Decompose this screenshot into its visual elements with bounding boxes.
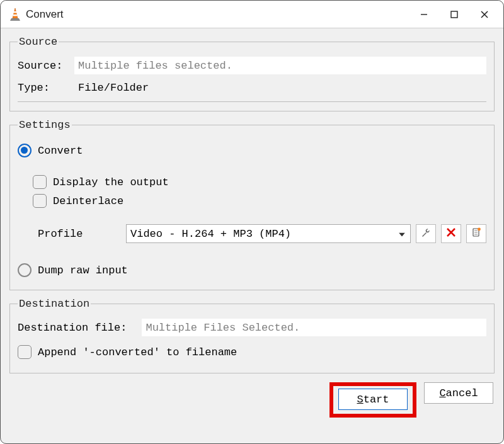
convert-label: Convert xyxy=(38,145,83,157)
display-output-checkbox[interactable] xyxy=(33,175,47,189)
source-group: Source Source: Type: File/Folder xyxy=(9,36,495,111)
window-title: Convert xyxy=(26,8,409,21)
convert-radio-row[interactable]: Convert xyxy=(18,144,486,157)
svg-rect-4 xyxy=(451,11,457,18)
wrench-icon xyxy=(420,227,432,241)
append-converted-checkbox[interactable] xyxy=(18,345,32,359)
separator xyxy=(18,101,486,102)
settings-legend: Settings xyxy=(18,119,72,131)
deinterlace-label: Deinterlace xyxy=(53,195,123,207)
minimize-button[interactable] xyxy=(409,1,439,28)
content: Source Source: Type: File/Folder Setting… xyxy=(1,28,503,443)
type-value: File/Folder xyxy=(74,81,486,95)
profile-value: Video - H.264 + MP3 (MP4) xyxy=(130,228,291,240)
destination-file-label: Destination file: xyxy=(18,322,127,334)
dump-raw-radio-row[interactable]: Dump raw input xyxy=(18,263,486,277)
source-label: Source: xyxy=(18,60,74,72)
deinterlace-checkbox[interactable] xyxy=(33,194,47,208)
svg-rect-2 xyxy=(13,14,18,16)
cancel-label-tail: ancel xyxy=(446,387,478,399)
dump-raw-label: Dump raw input xyxy=(38,265,128,276)
close-button[interactable] xyxy=(469,1,500,28)
settings-group: Settings Convert Display the output Dein… xyxy=(9,119,495,290)
destination-group: Destination Destination file: Append '-c… xyxy=(9,298,495,373)
source-legend: Source xyxy=(18,36,59,48)
convert-radio[interactable] xyxy=(18,144,32,157)
delete-profile-button[interactable] xyxy=(441,224,461,243)
destination-legend: Destination xyxy=(18,298,91,310)
chevron-down-icon xyxy=(399,228,405,240)
new-profile-button[interactable] xyxy=(466,224,486,243)
type-label: Type: xyxy=(18,82,74,94)
profile-select[interactable]: Video - H.264 + MP3 (MP4) xyxy=(126,224,411,243)
display-output-label: Display the output xyxy=(53,176,169,188)
append-converted-row[interactable]: Append '-converted' to filename xyxy=(18,345,486,359)
dump-raw-radio[interactable] xyxy=(18,263,32,277)
destination-file-input[interactable] xyxy=(142,319,486,336)
x-icon xyxy=(446,227,456,241)
titlebar: Convert xyxy=(1,1,503,28)
start-button[interactable]: Start xyxy=(338,389,408,410)
highlight-annotation: Start xyxy=(329,382,416,418)
svg-point-14 xyxy=(478,227,481,231)
svg-marker-0 xyxy=(13,8,18,18)
svg-rect-1 xyxy=(13,11,17,13)
profile-label: Profile xyxy=(38,228,126,240)
vlc-icon xyxy=(8,8,22,21)
deinterlace-row[interactable]: Deinterlace xyxy=(33,194,486,208)
button-row: Start Cancel xyxy=(9,381,495,419)
source-input[interactable] xyxy=(74,57,486,74)
start-label-tail: tart xyxy=(364,394,389,406)
maximize-button[interactable] xyxy=(439,1,469,28)
display-output-row[interactable]: Display the output xyxy=(33,175,486,189)
cancel-button[interactable]: Cancel xyxy=(424,382,493,404)
append-converted-label: Append '-converted' to filename xyxy=(38,346,237,358)
svg-marker-7 xyxy=(399,233,405,237)
new-document-icon xyxy=(471,227,481,241)
convert-dialog: Convert Source Source: Type: File/Folder… xyxy=(0,0,504,444)
edit-profile-button[interactable] xyxy=(416,224,436,243)
